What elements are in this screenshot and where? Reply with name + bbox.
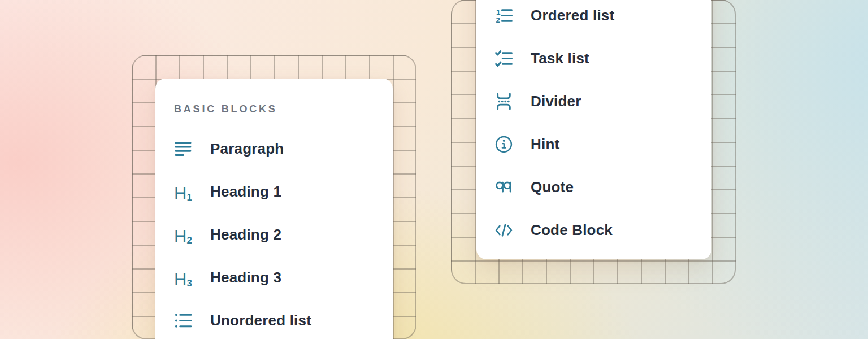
menu-item-ordered-list[interactable]: 1 2 Ordered list bbox=[494, 0, 701, 37]
heading-1-icon: H 1 bbox=[174, 182, 193, 201]
menu-item-hint[interactable]: Hint bbox=[494, 123, 701, 166]
menu-item-label: Hint bbox=[531, 136, 559, 153]
paragraph-icon bbox=[174, 140, 193, 158]
menu-item-heading-1[interactable]: H 1 Heading 1 bbox=[174, 170, 383, 213]
menu-item-quote[interactable]: Quote bbox=[494, 166, 701, 208]
menu-item-task-list[interactable]: Task list bbox=[494, 37, 701, 80]
menu-item-label: Unordered list bbox=[210, 312, 311, 329]
heading-3-icon: H 3 bbox=[174, 268, 193, 287]
menu-item-label: Ordered list bbox=[531, 7, 614, 24]
menu-item-heading-3[interactable]: H 3 Heading 3 bbox=[174, 256, 383, 299]
basic-blocks-menu-card: BASIC BLOCKS Paragraph H 1 Heading 1 H 2 bbox=[155, 79, 393, 339]
menu-item-heading-2[interactable]: H 2 Heading 2 bbox=[174, 213, 383, 256]
menu-item-label: Code Block bbox=[531, 221, 613, 239]
quote-icon bbox=[494, 178, 513, 197]
heading-2-icon: H 2 bbox=[174, 225, 193, 244]
menu-item-label: Task list bbox=[531, 50, 589, 67]
ordered-list-icon: 1 2 bbox=[494, 6, 513, 25]
page-background: { "left_panel": { "section_label": "BASI… bbox=[0, 0, 868, 339]
menu-item-label: Heading 1 bbox=[210, 183, 281, 201]
task-list-icon bbox=[494, 49, 513, 68]
section-label-basic-blocks: BASIC BLOCKS bbox=[174, 103, 383, 115]
menu-item-label: Heading 2 bbox=[210, 226, 281, 244]
menu-item-label: Divider bbox=[531, 93, 581, 110]
blocks-menu-card-right: 1 2 Ordered list Task list bbox=[476, 0, 711, 259]
menu-item-label: Heading 3 bbox=[210, 269, 281, 286]
unordered-list-icon bbox=[174, 311, 193, 330]
menu-item-label: Quote bbox=[531, 179, 574, 196]
hint-icon bbox=[494, 135, 513, 154]
code-block-icon bbox=[494, 221, 513, 240]
menu-item-label: Paragraph bbox=[210, 140, 284, 158]
menu-item-divider[interactable]: Divider bbox=[494, 80, 701, 123]
divider-icon bbox=[494, 92, 513, 111]
svg-text:2: 2 bbox=[496, 16, 500, 24]
menu-item-paragraph[interactable]: Paragraph bbox=[174, 127, 383, 170]
menu-item-code-block[interactable]: Code Block bbox=[494, 208, 701, 251]
svg-text:1: 1 bbox=[496, 7, 501, 16]
menu-item-unordered-list[interactable]: Unordered list bbox=[174, 299, 383, 339]
